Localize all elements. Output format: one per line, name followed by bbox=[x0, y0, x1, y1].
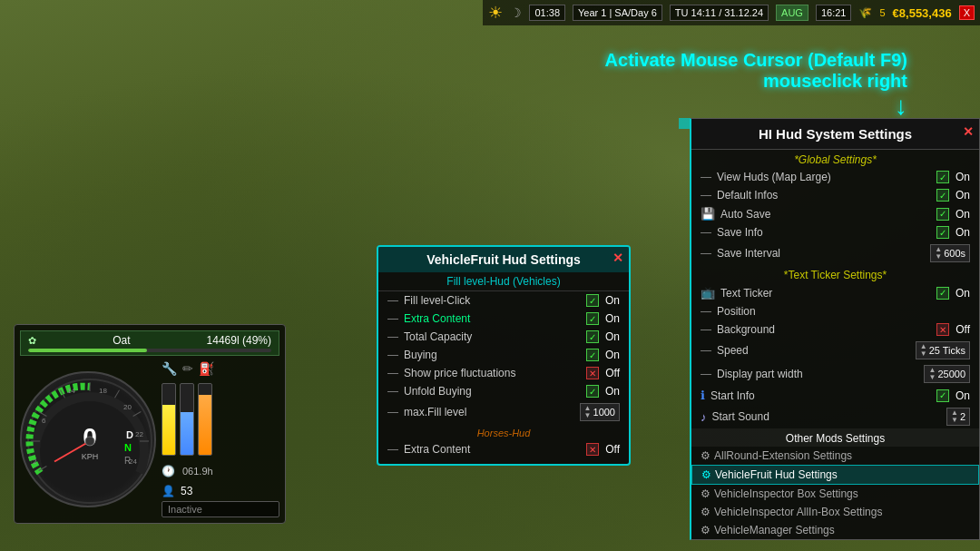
year-day: Year 1 | SA/Day 6 bbox=[578, 7, 657, 18]
hi-label-start-info: Start Info bbox=[710, 389, 933, 402]
ticker-icon: 📺 bbox=[701, 286, 715, 300]
real-time: 16:21 bbox=[821, 7, 847, 18]
hi-hud-settings-panel: HI Hud System Settings ✕ *Global Setting… bbox=[690, 118, 980, 540]
fuel-bar-yellow bbox=[162, 383, 176, 456]
hi-row-auto-save: 💾 Auto Save ✓ On bbox=[691, 204, 979, 223]
vf-checkbox-horses-extra[interactable]: ✕ bbox=[586, 443, 599, 456]
hi-other-vi-allin[interactable]: ⚙ VehicleInspector AllIn-Box Settings bbox=[691, 503, 979, 521]
hi-other-vi-box-label: VehicleInspector Box Settings bbox=[714, 487, 858, 500]
svg-point-22 bbox=[85, 437, 94, 446]
hi-val-default-infos: On bbox=[956, 189, 970, 202]
hi-other-vm-label: VehicleManager Settings bbox=[714, 524, 835, 536]
vf-val-unfold-buying: On bbox=[605, 385, 620, 398]
hi-label-default-infos: Default Infos bbox=[717, 189, 933, 202]
hi-row-text-ticker: 📺 Text Ticker ✓ On bbox=[691, 283, 979, 302]
vf-row-buying: — Buying ✓ On bbox=[378, 346, 629, 364]
sound-icon: ♪ bbox=[701, 410, 707, 424]
hi-global-section: *Global Settings* bbox=[691, 150, 979, 168]
svg-text:R: R bbox=[124, 456, 131, 466]
vf-label-unfold-buying: Unfold Buying bbox=[404, 385, 583, 398]
vf-close-button[interactable]: ✕ bbox=[612, 251, 623, 265]
hi-label-position: Position bbox=[717, 305, 970, 318]
hi-checkbox-default-infos[interactable]: ✓ bbox=[936, 189, 949, 202]
hi-val-start-info: On bbox=[956, 389, 970, 402]
hours-display: 061.9h bbox=[182, 466, 213, 477]
top-close-button[interactable]: X bbox=[959, 5, 975, 20]
hi-stepper-save-interval[interactable]: ▲ ▼ 600s bbox=[930, 244, 970, 262]
gear-icon-vehiclefruit: ⚙ bbox=[701, 468, 711, 481]
vf-val-total-capacity: On bbox=[605, 330, 620, 343]
vf-row-extra-content: — Extra Content ✓ On bbox=[378, 310, 629, 328]
svg-line-6 bbox=[115, 390, 120, 398]
hi-other-vehiclefruit[interactable]: ⚙ VehicleFruit Hud Settings bbox=[691, 465, 979, 485]
hi-row-view-huds: — View Huds (Map Large) ✓ On bbox=[691, 168, 979, 186]
hi-checkbox-view-huds[interactable]: ✓ bbox=[936, 171, 949, 183]
vf-checkbox-total-capacity[interactable]: ✓ bbox=[586, 330, 599, 343]
svg-text:18: 18 bbox=[99, 387, 107, 395]
hi-checkbox-auto-save[interactable]: ✓ bbox=[936, 208, 949, 221]
silo-icon: 🌾 bbox=[858, 6, 872, 19]
hi-label-start-sound: Start Sound bbox=[712, 410, 943, 423]
hi-other-vi-allin-label: VehicleInspector AllIn-Box Settings bbox=[714, 506, 882, 518]
hi-stepper-speed[interactable]: ▲ ▼ 25 Ticks bbox=[916, 341, 970, 359]
vf-label-max-fill: max.Fill level bbox=[404, 406, 576, 418]
dash-main: 2 6 14 18 20 22 24 D N R 0 KPH bbox=[20, 361, 279, 517]
vf-val-fill-level-click: On bbox=[605, 294, 620, 307]
hi-label-background: Background bbox=[717, 323, 933, 336]
hi-val-save-info: On bbox=[956, 226, 970, 239]
vf-val-extra-content: On bbox=[605, 312, 620, 325]
hi-close-button[interactable]: ✕ bbox=[963, 124, 974, 139]
hi-label-save-info: Save Info bbox=[717, 226, 933, 239]
vf-val-horses-extra: Off bbox=[605, 443, 620, 456]
svg-text:14: 14 bbox=[67, 387, 75, 395]
hi-row-save-info: — Save Info ✓ On bbox=[691, 223, 979, 241]
info-icon: ℹ bbox=[701, 389, 705, 402]
vf-checkbox-extra-content[interactable]: ✓ bbox=[586, 312, 599, 325]
fuel-can-icon: ⛽ bbox=[199, 361, 214, 376]
hi-stepper-start-sound[interactable]: ▲ ▼ 2 bbox=[946, 408, 970, 426]
vf-checkbox-fill-level-click[interactable]: ✓ bbox=[586, 294, 599, 307]
vf-label-fill-level-click: Fill level-Click bbox=[404, 294, 583, 307]
vf-horses-section: Horses-Hud bbox=[378, 424, 629, 440]
status-badge: Inactive bbox=[162, 501, 279, 517]
vf-row-total-capacity: — Total Capacity ✓ On bbox=[378, 328, 629, 346]
hi-panel-title: HI Hud System Settings bbox=[759, 126, 912, 142]
vf-val-price-fluctuations: Off bbox=[605, 367, 620, 379]
hi-other-vm[interactable]: ⚙ VehicleManager Settings bbox=[691, 521, 979, 539]
hi-checkbox-start-info[interactable]: ✓ bbox=[936, 389, 949, 402]
calendar-icon: AUG bbox=[776, 5, 808, 21]
crop-display: ✿ Oat 14469l (49%) bbox=[20, 330, 279, 356]
status-text: Inactive bbox=[168, 504, 202, 515]
hi-checkbox-save-info[interactable]: ✓ bbox=[936, 226, 949, 239]
vf-checkbox-price-fluctuations[interactable]: ✕ bbox=[586, 367, 599, 379]
hi-stepper-display-width[interactable]: ▲ ▼ 25000 bbox=[924, 365, 970, 383]
crop-info: ✿ Oat 14469l (49%) bbox=[28, 334, 271, 352]
vf-checkbox-buying[interactable]: ✓ bbox=[586, 349, 599, 361]
silo-count: 5 bbox=[879, 7, 885, 18]
worker-count: 53 bbox=[181, 485, 192, 497]
cursor-hint: Activate Mouse Cursor (Default F9) mouse… bbox=[605, 50, 907, 121]
hi-other-allround[interactable]: ⚙ AllRound-Extension Settings bbox=[691, 447, 979, 465]
vf-row-horses-extra: — Extra Content ✕ Off bbox=[378, 440, 629, 458]
svg-text:20: 20 bbox=[123, 403, 132, 411]
hi-row-speed: — Speed ▲ ▼ 25 Ticks bbox=[691, 339, 979, 362]
vf-label-extra-content: Extra Content bbox=[404, 312, 583, 325]
vf-stepper-max-fill[interactable]: ▲ ▼ 1000 bbox=[580, 403, 620, 421]
crop-icon: ✿ bbox=[28, 335, 36, 347]
fuel-bar-orange bbox=[198, 383, 212, 456]
vf-label-horses-extra: Extra Content bbox=[404, 443, 583, 456]
gear-icon-vi-allin: ⚙ bbox=[701, 506, 710, 518]
real-time-box: 16:21 bbox=[816, 5, 852, 21]
hi-row-start-info: ℹ Start Info ✓ On bbox=[691, 386, 979, 405]
hi-other-vi-box[interactable]: ⚙ VehicleInspector Box Settings bbox=[691, 485, 979, 503]
paintbrush-icon: ✏ bbox=[182, 361, 193, 376]
hi-val-display-width: 25000 bbox=[937, 369, 965, 379]
svg-text:KPH: KPH bbox=[82, 452, 99, 461]
workers-row: 👤 53 bbox=[162, 485, 279, 497]
speedo-svg: 2 6 14 18 20 22 24 D N R 0 KPH bbox=[22, 373, 158, 509]
hi-checkbox-background[interactable]: ✕ bbox=[936, 323, 949, 336]
hi-ticker-section: *Text Ticker Settings* bbox=[691, 265, 979, 283]
fuel-bar-yellow-fill bbox=[162, 405, 175, 455]
vf-checkbox-unfold-buying[interactable]: ✓ bbox=[586, 385, 599, 398]
hi-checkbox-text-ticker[interactable]: ✓ bbox=[936, 287, 949, 300]
